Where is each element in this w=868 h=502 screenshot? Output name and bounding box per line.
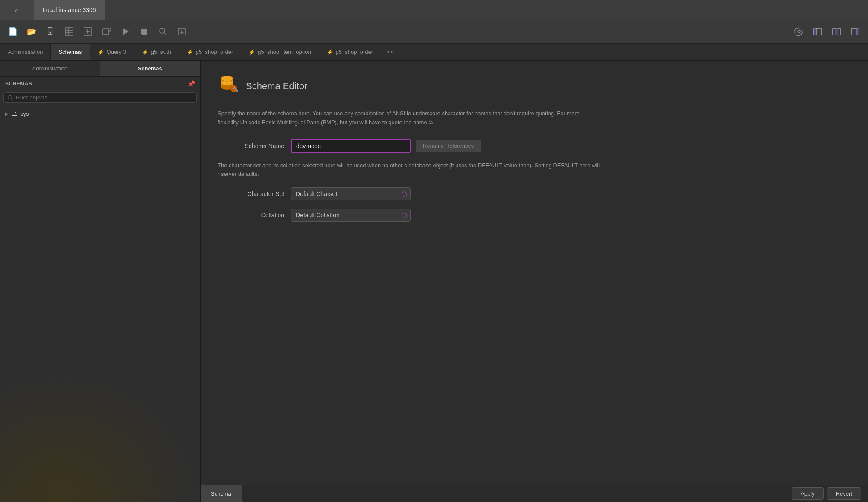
tab-administration[interactable]: Administration xyxy=(0,44,51,60)
svg-rect-24 xyxy=(856,28,859,35)
svg-point-25 xyxy=(8,95,12,99)
tree-item-sys[interactable]: ▶ 🗃 sys xyxy=(0,108,200,119)
tab-g5auth[interactable]: ⚡ g5_auth xyxy=(134,44,179,60)
home-button[interactable]: ⌂ xyxy=(0,0,34,20)
query-stop-button[interactable] xyxy=(136,23,153,40)
svg-rect-11 xyxy=(141,29,147,35)
chevron-right-icon: ▶ xyxy=(5,111,9,116)
charset-description: The character set and its collation sele… xyxy=(218,161,602,179)
table-edit-button[interactable] xyxy=(98,23,115,40)
schema-icon-svg: 🔧 xyxy=(218,73,239,95)
collation-label: Collation: xyxy=(218,212,286,219)
database-icon: 🗃 xyxy=(11,110,18,117)
schema-editor-description: Specify the name of the schema here. You… xyxy=(218,109,602,127)
instance-tab[interactable]: Local instance 3306 xyxy=(34,0,105,20)
main-layout: Administration Schemas SCHEMAS 📌 ▶ 🗃 sys xyxy=(0,61,868,502)
layout-center-button[interactable] xyxy=(828,23,845,40)
tab-schemas-label: Schemas xyxy=(58,49,82,55)
svg-text:🔧: 🔧 xyxy=(232,86,239,92)
import-button[interactable] xyxy=(173,23,190,40)
layout-sidebar-button[interactable] xyxy=(809,23,826,40)
svg-line-13 xyxy=(164,33,166,35)
lightning-icon-query3: ⚡ xyxy=(98,49,104,55)
apply-button[interactable]: Apply xyxy=(792,487,824,500)
home-icon: ⌂ xyxy=(15,7,19,13)
settings-button[interactable] xyxy=(790,23,807,40)
bottom-tab-bar: Schema Apply Revert xyxy=(201,485,868,502)
table-new-button[interactable] xyxy=(61,23,78,40)
query-run-button[interactable] xyxy=(117,23,134,40)
tab-query3-label: Query 3 xyxy=(107,49,126,55)
lightning-icon-g5shoporder2: ⚡ xyxy=(327,49,333,55)
sidebar-tab-admin[interactable]: Administration xyxy=(0,61,100,76)
schema-name-input[interactable] xyxy=(291,139,411,153)
schema-name-row: Schema Name: Rename References xyxy=(218,139,851,153)
schema-editor-icon: 🔧 xyxy=(218,73,239,99)
collation-row: Collation: Default Collation utf8_genera… xyxy=(218,209,851,222)
new-file-button[interactable]: 📄 xyxy=(4,23,21,40)
table-add-button[interactable] xyxy=(79,23,96,40)
revert-button[interactable]: Revert xyxy=(827,487,861,500)
pin-icon[interactable]: 📌 xyxy=(188,80,195,87)
bottom-tab-schema-label: Schema xyxy=(211,490,231,497)
search-button[interactable] xyxy=(154,23,172,40)
tab-g5auth-label: g5_auth xyxy=(151,49,171,55)
apply-label: Apply xyxy=(801,490,815,497)
tab-query3[interactable]: ⚡ Query 3 xyxy=(90,44,134,60)
charset-select[interactable]: Default Charset utf8 utf8mb4 latin1 xyxy=(291,187,411,200)
title-bar: ⌂ Local instance 3306 xyxy=(0,0,868,20)
sidebar-tab-schemas-label: Schemas xyxy=(138,65,162,72)
tab-administration-label: Administration xyxy=(8,49,43,55)
filter-input[interactable] xyxy=(16,94,193,101)
search-icon xyxy=(7,95,13,101)
tab-more-button[interactable]: >> xyxy=(381,44,398,60)
tab-g5shoporder1-label: g5_shop_order xyxy=(196,49,233,55)
sidebar-filter xyxy=(3,92,197,103)
svg-point-31 xyxy=(221,76,233,81)
schema-new-button[interactable]: 🗄 xyxy=(42,23,59,40)
lightning-icon-g5shopitemoption: ⚡ xyxy=(249,49,255,55)
schema-name-label: Schema Name: xyxy=(218,143,286,149)
bottom-actions: Apply Revert xyxy=(785,485,868,502)
instance-tab-label: Local instance 3306 xyxy=(43,6,96,13)
svg-line-26 xyxy=(12,99,13,100)
svg-point-16 xyxy=(798,30,800,33)
open-file-button[interactable]: 📂 xyxy=(23,23,40,40)
tab-g5shopitemoption[interactable]: ⚡ g5_shop_item_option xyxy=(241,44,319,60)
rename-references-label: Rename References xyxy=(423,143,474,149)
tree-item-sys-label: sys xyxy=(20,111,29,117)
tab-g5shoporder1[interactable]: ⚡ g5_shop_order xyxy=(179,44,241,60)
charset-select-wrapper: Default Charset utf8 utf8mb4 latin1 ⬡ xyxy=(291,187,411,200)
svg-rect-0 xyxy=(65,28,73,35)
tab-g5shopitemoption-label: g5_shop_item_option xyxy=(258,49,311,55)
tab-more-label: >> xyxy=(386,49,393,55)
toolbar-right xyxy=(790,23,864,40)
sidebar-tree: ▶ 🗃 sys xyxy=(0,105,200,502)
sidebar-tab-schemas[interactable]: Schemas xyxy=(100,61,201,76)
schema-editor-panel: 🔧 Schema Editor Specify the name of the … xyxy=(201,61,868,485)
sidebar-header: SCHEMAS 📌 xyxy=(0,77,200,90)
bottom-tab-schema[interactable]: Schema xyxy=(201,485,242,502)
tab-g5shoporder2-label: g5_shop_order xyxy=(336,49,373,55)
svg-marker-10 xyxy=(123,28,129,35)
tab-bar: Administration Schemas ⚡ Query 3 ⚡ g5_au… xyxy=(0,44,868,61)
tab-schemas[interactable]: Schemas xyxy=(51,44,90,60)
rename-references-button[interactable]: Rename References xyxy=(416,140,481,152)
schema-editor-header: 🔧 Schema Editor xyxy=(218,73,851,99)
content-area: 🔧 Schema Editor Specify the name of the … xyxy=(201,61,868,502)
toolbar: 📄 📂 🗄 xyxy=(0,20,868,44)
collation-select-wrapper: Default Collation utf8_general_ci utf8mb… xyxy=(291,209,411,222)
lightning-icon-g5auth: ⚡ xyxy=(142,49,149,55)
sidebar-tabs: Administration Schemas xyxy=(0,61,200,77)
layout-right-button[interactable] xyxy=(847,23,864,40)
svg-rect-19 xyxy=(814,28,816,35)
tab-g5shoporder2[interactable]: ⚡ g5_shop_order xyxy=(319,44,381,60)
charset-label: Character Set: xyxy=(218,190,286,197)
revert-label: Revert xyxy=(836,490,852,497)
sidebar-tab-admin-label: Administration xyxy=(32,65,67,72)
svg-rect-7 xyxy=(103,29,109,35)
lightning-icon-g5shoporder1: ⚡ xyxy=(187,49,193,55)
collation-select[interactable]: Default Collation utf8_general_ci utf8mb… xyxy=(291,209,411,222)
schema-editor-title: Schema Editor xyxy=(246,81,307,92)
svg-rect-21 xyxy=(835,28,838,35)
